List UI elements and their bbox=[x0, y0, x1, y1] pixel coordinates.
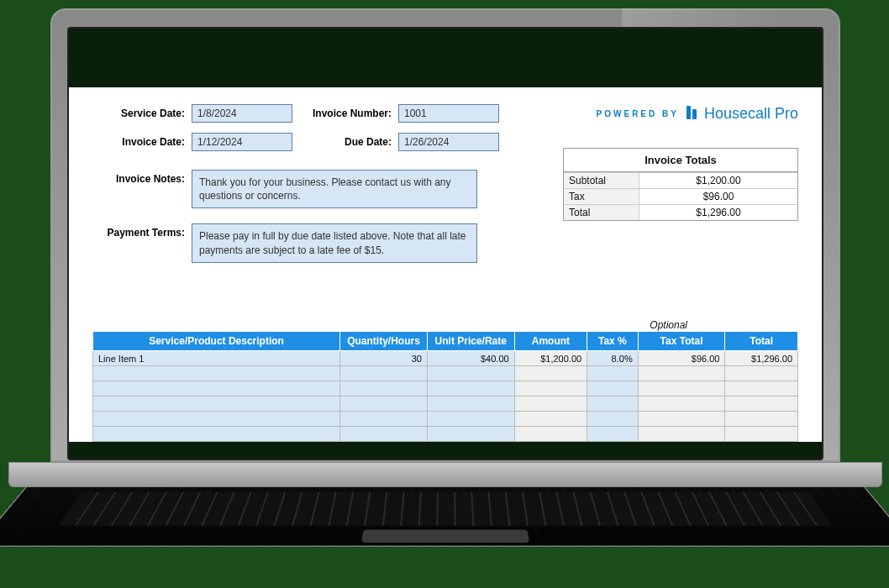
service-date-label: Service Date: bbox=[92, 108, 185, 119]
due-date-input[interactable]: 1/26/2024 bbox=[398, 133, 499, 151]
total-value: $1,296.00 bbox=[639, 204, 797, 220]
totals-header: Invoice Totals bbox=[564, 149, 797, 172]
due-date-label: Due Date: bbox=[299, 136, 392, 148]
laptop-hinge bbox=[8, 462, 882, 487]
laptop-frame: Service Date: 1/8/2024 Invoice Number: 1… bbox=[50, 8, 840, 580]
table-header-row: Service/Product Description Quantity/Hou… bbox=[93, 332, 798, 351]
table-row[interactable] bbox=[93, 427, 798, 442]
optional-label: Optional bbox=[650, 319, 687, 331]
payment-terms-input[interactable]: Please pay in full by due date listed ab… bbox=[192, 223, 477, 262]
svg-rect-0 bbox=[686, 106, 691, 119]
col-description: Service/Product Description bbox=[93, 332, 340, 351]
col-taxtotal: Tax Total bbox=[638, 332, 725, 351]
cell-rate[interactable]: $40.00 bbox=[427, 351, 514, 366]
tax-label: Tax bbox=[564, 188, 639, 204]
cell-taxpct[interactable]: 8.0% bbox=[587, 351, 639, 366]
powered-by-branding: POWERED BY Housecall Pro bbox=[597, 104, 798, 123]
invoice-document: Service Date: 1/8/2024 Invoice Number: 1… bbox=[69, 87, 822, 442]
cell-qty[interactable]: 30 bbox=[340, 351, 428, 366]
table-row[interactable] bbox=[93, 381, 798, 396]
cell-total: $1,296.00 bbox=[725, 351, 798, 366]
invoice-number-input[interactable]: 1001 bbox=[398, 104, 499, 123]
col-total: Total bbox=[725, 332, 798, 351]
tax-value: $96.00 bbox=[639, 188, 797, 204]
laptop-keyboard bbox=[0, 487, 889, 547]
invoice-notes-label: Invoice Notes: bbox=[92, 170, 185, 185]
invoice-totals-box: Invoice Totals Subtotal $1,200.00 Tax $9… bbox=[563, 148, 798, 221]
subtotal-value: $1,200.00 bbox=[639, 172, 797, 188]
screen-bezel: Service Date: 1/8/2024 Invoice Number: 1… bbox=[50, 8, 840, 462]
invoice-date-input[interactable]: 1/12/2024 bbox=[192, 133, 292, 151]
cell-amount: $1,200.00 bbox=[514, 351, 587, 366]
invoice-notes-input[interactable]: Thank you for your business. Please cont… bbox=[192, 170, 477, 208]
col-taxpct: Tax % bbox=[587, 332, 639, 351]
total-label: Total bbox=[564, 204, 639, 220]
table-row[interactable] bbox=[93, 366, 798, 381]
screen: Service Date: 1/8/2024 Invoice Number: 1… bbox=[67, 27, 823, 460]
table-row[interactable] bbox=[93, 412, 798, 427]
col-rate: Unit Price/Rate bbox=[427, 332, 514, 351]
table-row[interactable] bbox=[93, 396, 798, 412]
line-items-table: Service/Product Description Quantity/Hou… bbox=[92, 331, 798, 442]
housecall-pro-icon bbox=[686, 104, 697, 123]
cell-desc[interactable]: Line Item 1 bbox=[93, 351, 340, 366]
service-date-input[interactable]: 1/8/2024 bbox=[192, 104, 292, 123]
svg-rect-1 bbox=[692, 109, 697, 119]
powered-by-text: POWERED BY bbox=[597, 109, 679, 118]
subtotal-label: Subtotal bbox=[564, 172, 639, 188]
brand-name: Housecall Pro bbox=[704, 105, 798, 123]
invoice-date-label: Invoice Date: bbox=[92, 136, 185, 148]
cell-taxtotal: $96.00 bbox=[638, 351, 725, 366]
payment-terms-label: Payment Terms: bbox=[92, 223, 185, 239]
invoice-number-label: Invoice Number: bbox=[299, 108, 392, 119]
col-amount: Amount bbox=[514, 332, 587, 351]
invoice-meta-fields: Service Date: 1/8/2024 Invoice Number: 1… bbox=[92, 104, 499, 151]
col-quantity: Quantity/Hours bbox=[340, 332, 428, 351]
table-row[interactable]: Line Item 1 30 $40.00 $1,200.00 8.0% $96… bbox=[93, 351, 798, 366]
